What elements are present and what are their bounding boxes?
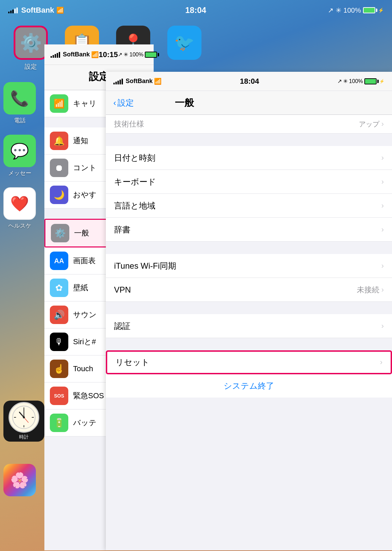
gs-row-itunes-wifi[interactable]: iTunes Wi-Fi同期 › — [106, 254, 392, 278]
sls-signal-icon — [51, 52, 60, 58]
gs-section-spacer-5 — [106, 398, 392, 410]
home-app-phone[interactable]: 📞 電話 — [3, 82, 36, 124]
svg-point-8 — [23, 416, 25, 418]
sls-carrier: SoftBank 📶 — [51, 51, 99, 58]
gs-status-bar: SoftBank 📶 18:04 ↗ ✳ 100% ⚡ — [106, 72, 392, 91]
gs-row-auth[interactable]: 認証 › — [106, 314, 392, 338]
home-app-twitter[interactable]: 🐦 — [164, 26, 205, 71]
gs-auth-chevron: › — [381, 322, 384, 331]
gs-status-right: ↗ ✳ 100% ⚡ — [337, 78, 384, 84]
home-app-messages[interactable]: 💬 メッセー — [3, 135, 36, 177]
clock-svg — [12, 405, 36, 429]
battery-label: バッテ — [73, 418, 97, 428]
donotdisturb-label: おやす — [73, 190, 97, 200]
gs-row-dictionary[interactable]: 辞書 › — [106, 218, 392, 242]
gs-auth-value: › — [381, 322, 384, 331]
wallpaper-icon: ✿ — [50, 279, 68, 297]
home-status-right: ↗ ✳ 100% ⚡ — [328, 6, 384, 14]
carrier-label: キャリ — [73, 98, 97, 109]
gs-top-chevron: › — [381, 120, 384, 129]
gs-row-reset[interactable]: リセット › — [106, 350, 392, 374]
battery-icon: 🔋 — [50, 414, 68, 432]
gs-content: 技術仕様 アップ › 日付と時刻 › キーボード › 言語と地域 › — [106, 115, 392, 410]
gs-section-spacer-4 — [106, 338, 392, 350]
gs-charging-icon: ⚡ — [379, 79, 384, 84]
general-icon: ⚙️ — [51, 224, 69, 242]
gs-back-button[interactable]: ‹ 設定 — [113, 97, 134, 108]
gs-itunes-chevron: › — [381, 261, 384, 270]
touch-label: Touch — [73, 364, 93, 373]
gs-nav-title: 一般 — [175, 96, 194, 109]
sounds-label: サウン — [73, 310, 97, 320]
gs-dictionary-value: › — [381, 225, 384, 234]
home-app-health[interactable]: ❤️ ヘルスケ — [3, 187, 36, 230]
clock-face — [9, 402, 39, 433]
sls-battery-icon — [145, 52, 159, 58]
display-label: 画面表 — [73, 256, 96, 266]
health-label: ヘルスケ — [8, 222, 31, 230]
gs-row-keyboard[interactable]: キーボード › — [106, 170, 392, 194]
gs-wifi-icon: 📶 — [154, 78, 162, 85]
gs-system-shutdown[interactable]: システム終了 — [106, 374, 392, 398]
display-icon: AA — [50, 252, 68, 270]
gs-vpn-value: 未接続 › — [357, 285, 384, 295]
health-icon: ❤️ — [3, 187, 36, 220]
home-signal-icon — [8, 7, 18, 13]
gs-time: 18:04 — [240, 77, 259, 86]
clock-widget: 時計 — [3, 401, 44, 442]
gs-row-language[interactable]: 言語と地域 › — [106, 194, 392, 218]
notifications-icon: 🔔 — [50, 132, 68, 150]
touch-icon: ☝ — [50, 360, 68, 378]
siri-label: Siriと# — [73, 337, 96, 347]
home-status-bar: SoftBank 📶 18:04 ↗ ✳ 100% ⚡ — [0, 0, 392, 21]
home-wifi-icon: 📶 — [56, 6, 64, 14]
gs-top-value-area: アップ › — [359, 120, 384, 129]
wallpaper-label: 壁紙 — [73, 283, 88, 293]
donotdisturb-icon: 🌙 — [50, 186, 68, 204]
general-settings-panel: SoftBank 📶 18:04 ↗ ✳ 100% ⚡ ‹ 設定 一般 技術仕様 — [106, 72, 392, 550]
gs-reset-value: › — [380, 358, 382, 367]
messages-label: メッセー — [8, 169, 31, 177]
gs-row-vpn[interactable]: VPN 未接続 › — [106, 278, 392, 302]
clock-label: 時計 — [19, 434, 29, 440]
gs-battery-icon: ⚡ — [364, 78, 384, 84]
gs-language-value: › — [381, 201, 384, 210]
gs-row-datetime[interactable]: 日付と時刻 › — [106, 146, 392, 170]
gs-keyboard-value: › — [381, 177, 384, 186]
gs-section-spacer-2 — [106, 242, 392, 254]
carrier-icon: 📶 — [50, 94, 68, 113]
sos-label: 緊急SOS — [73, 391, 104, 401]
siri-icon: 🎙 — [50, 333, 68, 351]
gs-datetime-chevron: › — [381, 153, 384, 162]
phone-icon: 📞 — [3, 82, 36, 115]
control-label: コント — [73, 163, 97, 173]
messages-icon: 💬 — [3, 135, 36, 167]
general-label: 一般 — [74, 228, 89, 238]
gs-dictionary-chevron: › — [381, 225, 384, 234]
gs-section-spacer-1 — [106, 134, 392, 146]
sls-time: 10:15 — [99, 50, 118, 59]
home-app-photos[interactable]: 🌸 — [3, 464, 36, 496]
gs-row-top-partial[interactable]: 技術仕様 アップ › — [106, 115, 392, 134]
phone-label: 電話 — [14, 117, 26, 124]
settings-app-icon: ⚙️ — [14, 26, 48, 60]
sls-wifi-icon: 📶 — [91, 51, 99, 58]
home-apps-left-column: 📞 電話 💬 メッセー ❤️ ヘルスケ — [3, 82, 36, 230]
gs-reset-chevron: › — [380, 358, 382, 367]
notifications-label: 通知 — [73, 136, 88, 146]
control-icon: ⏺ — [50, 159, 68, 177]
gs-keyboard-chevron: › — [381, 177, 384, 186]
sounds-icon: 🔊 — [50, 306, 68, 324]
home-time: 18:04 — [185, 5, 206, 15]
home-carrier: SoftBank 📶 — [8, 6, 64, 15]
settings-list-status-bar: SoftBank 📶 10:15 ↗ ✳ 100% — [44, 44, 154, 65]
gs-carrier: SoftBank 📶 — [113, 78, 162, 85]
twitter-icon: 🐦 — [167, 26, 201, 60]
gs-datetime-value: › — [381, 153, 384, 162]
sls-status-right: ↗ ✳ 100% — [118, 51, 159, 58]
sos-icon: SOS — [50, 387, 68, 405]
gs-chevron-left-icon: ‹ — [113, 98, 116, 108]
home-battery-icon: ⚡ — [363, 7, 384, 13]
gs-section-spacer-3 — [106, 302, 392, 314]
gs-language-chevron: › — [381, 201, 384, 210]
